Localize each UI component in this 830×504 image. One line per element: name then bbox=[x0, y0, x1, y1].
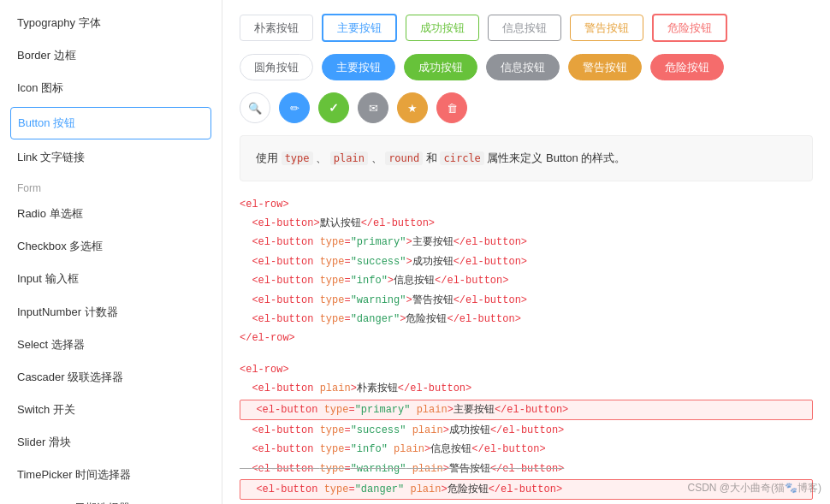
check-icon bbox=[329, 102, 339, 114]
sidebar-item-switch[interactable]: Switch 开关 bbox=[0, 394, 222, 426]
code-line: </el-row> bbox=[240, 501, 813, 504]
code-line-strikethrough: <el-button type="warning" plain>警告按钮</el… bbox=[240, 460, 813, 478]
code-plain: plain bbox=[330, 151, 368, 165]
button-row-circle bbox=[240, 92, 813, 123]
btn-plain-warning[interactable]: 警告按钮 bbox=[570, 15, 643, 41]
code-type: type bbox=[282, 151, 313, 165]
delete-icon bbox=[447, 103, 458, 114]
sidebar-item-radio[interactable]: Radio 单选框 bbox=[0, 198, 222, 230]
sidebar-item-typography[interactable]: Typography 字体 bbox=[0, 7, 222, 39]
btn-circle-search[interactable] bbox=[240, 92, 270, 123]
form-group-label: Form bbox=[0, 174, 222, 198]
btn-round-warning[interactable]: 警告按钮 bbox=[568, 54, 642, 80]
sidebar-item-icon[interactable]: Icon 图标 bbox=[0, 72, 222, 104]
code-line: <el-button type="success">成功按钮</el-butto… bbox=[240, 252, 813, 271]
code-line-highlight-primary: <el-button type="primary" plain>主要按钮</el… bbox=[240, 400, 813, 420]
sidebar-item-link[interactable]: Link 文字链接 bbox=[0, 141, 222, 174]
sidebar-item-timepicker[interactable]: TimePicker 时间选择器 bbox=[0, 459, 222, 491]
code-line: <el-button type="warning">警告按钮</el-butto… bbox=[240, 291, 813, 310]
btn-round-default[interactable]: 圆角按钮 bbox=[240, 54, 313, 80]
btn-round-primary[interactable]: 主要按钮 bbox=[322, 54, 395, 80]
code-round: round bbox=[385, 151, 423, 165]
sidebar-item-select[interactable]: Select 选择器 bbox=[0, 329, 222, 361]
sidebar-item-datepicker[interactable]: DatePicker 日期选择器 bbox=[0, 492, 222, 504]
button-row-filled: 圆角按钮 主要按钮 成功按钮 信息按钮 警告按钮 危险按钮 bbox=[240, 54, 813, 80]
sidebar: Typography 字体 Border 边框 Icon 图标 Button 按… bbox=[0, 0, 222, 504]
btn-circle-delete[interactable] bbox=[436, 92, 467, 123]
code-circle: circle bbox=[440, 151, 483, 165]
btn-circle-star[interactable] bbox=[397, 92, 428, 123]
button-row-plain: 朴素按钮 主要按钮 成功按钮 信息按钮 警告按钮 危险按钮 bbox=[240, 14, 813, 42]
code-line: <el-button type="info">信息按钮</el-button> bbox=[240, 271, 813, 290]
btn-round-success[interactable]: 成功按钮 bbox=[404, 54, 477, 80]
btn-plain-default[interactable]: 朴素按钮 bbox=[240, 15, 313, 41]
code-line: </el-row> bbox=[240, 329, 813, 347]
sidebar-item-checkbox[interactable]: Checkbox 多选框 bbox=[0, 230, 222, 263]
star-icon bbox=[407, 103, 418, 114]
description-box: 使用 type 、 plain 、 round 和 circle 属性来定义 B… bbox=[240, 135, 813, 181]
code-line: <el-button type="primary">主要按钮</el-butto… bbox=[240, 233, 813, 252]
code-line: <el-button>默认按钮</el-button> bbox=[240, 214, 813, 233]
sidebar-item-slider[interactable]: Slider 滑块 bbox=[0, 426, 222, 459]
watermark: CSDN @大小曲奇(猫🐾博客) bbox=[687, 481, 821, 495]
code-section-1: <el-row> <el-button>默认按钮</el-button> <el… bbox=[240, 195, 813, 348]
btn-plain-success[interactable]: 成功按钮 bbox=[406, 15, 479, 41]
btn-round-danger[interactable]: 危险按钮 bbox=[650, 54, 724, 80]
btn-circle-check[interactable] bbox=[318, 92, 349, 123]
main-content: 朴素按钮 主要按钮 成功按钮 信息按钮 警告按钮 危险按钮 圆角按钮 主要按钮 … bbox=[222, 0, 830, 504]
sidebar-item-input[interactable]: Input 输入框 bbox=[0, 263, 222, 295]
code-line: <el-button type="danger">危险按钮</el-button… bbox=[240, 310, 813, 329]
btn-circle-edit[interactable] bbox=[279, 92, 310, 123]
email-icon bbox=[369, 103, 378, 114]
code-line: <el-row> bbox=[240, 195, 813, 214]
code-line: <el-button type="info" plain>信息按钮</el-bu… bbox=[240, 440, 813, 459]
sidebar-item-cascader[interactable]: Cascader 级联选择器 bbox=[0, 361, 222, 394]
sidebar-item-button[interactable]: Button 按钮 bbox=[10, 107, 211, 139]
sidebar-item-border[interactable]: Border 边框 bbox=[0, 39, 222, 72]
btn-plain-primary[interactable]: 主要按钮 bbox=[322, 14, 397, 42]
btn-round-info[interactable]: 信息按钮 bbox=[486, 54, 560, 80]
btn-plain-info[interactable]: 信息按钮 bbox=[488, 15, 561, 41]
btn-plain-danger[interactable]: 危险按钮 bbox=[652, 14, 727, 42]
edit-icon bbox=[290, 103, 299, 114]
search-icon bbox=[248, 103, 262, 114]
code-line: <el-button type="success" plain>成功按钮</el… bbox=[240, 421, 813, 440]
sidebar-item-inputnumber[interactable]: InputNumber 计数器 bbox=[0, 296, 222, 329]
btn-circle-email[interactable] bbox=[358, 92, 388, 123]
code-line: <el-row> bbox=[240, 360, 813, 379]
code-line: <el-button plain>朴素按钮</el-button> bbox=[240, 379, 813, 398]
